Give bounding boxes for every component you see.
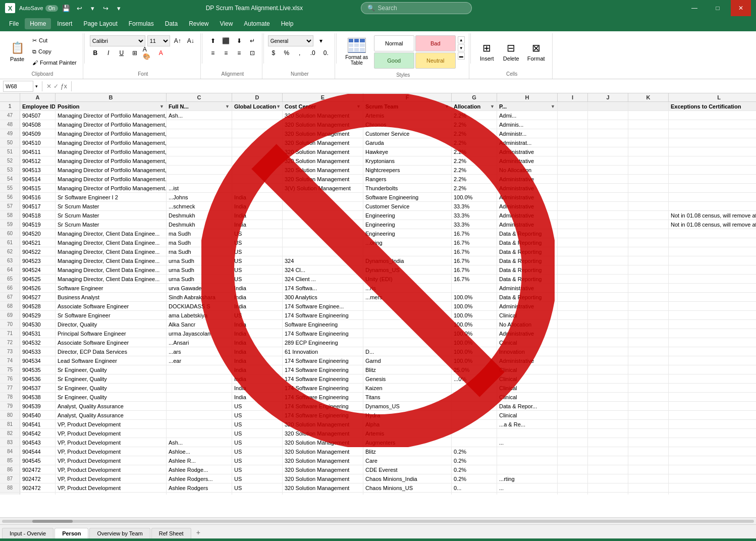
cell-location[interactable]: US <box>232 420 283 428</box>
cell-pay-type[interactable]: Administrative <box>497 193 558 201</box>
cell-cost-center[interactable] <box>283 220 363 229</box>
cell-full-name[interactable]: urna Sudh <box>167 256 232 265</box>
search-input[interactable] <box>378 5 459 12</box>
header-allocation[interactable]: Allocation▼ <box>452 102 497 111</box>
cell-allocation[interactable]: 16.7% <box>452 265 497 274</box>
cell-position[interactable]: Director, Quality <box>56 320 167 329</box>
cell-i[interactable] <box>558 275 588 283</box>
cell-full-name[interactable] <box>167 411 232 419</box>
menu-view[interactable]: View <box>215 18 238 29</box>
cell-i[interactable] <box>558 402 588 410</box>
cell-location[interactable]: US <box>232 429 283 438</box>
cell-j[interactable] <box>588 447 628 456</box>
cell-j[interactable] <box>588 402 628 410</box>
bold-button[interactable]: B <box>90 47 101 59</box>
copy-button[interactable]: ⧉ Copy <box>30 46 79 57</box>
cell-exceptions[interactable] <box>669 347 756 356</box>
cell-position[interactable]: Sr Engineer, Quality <box>56 384 167 392</box>
cell-employee-id[interactable]: 904540 <box>20 411 56 419</box>
header-position[interactable]: Position▼ <box>56 102 167 111</box>
cell-j[interactable] <box>588 166 628 174</box>
cell-employee-id[interactable]: 904533 <box>20 347 56 356</box>
header-location[interactable]: Global Location▼ <box>232 102 283 111</box>
cell-employee-id[interactable]: 902472 <box>20 493 56 495</box>
italic-button[interactable]: I <box>103 47 114 59</box>
menu-automate[interactable]: Automate <box>239 18 275 29</box>
cell-allocation[interactable] <box>452 429 497 438</box>
cell-employee-id[interactable]: 904538 <box>20 393 56 401</box>
cell-exceptions[interactable] <box>669 402 756 410</box>
number-format-expand[interactable]: ▾ <box>315 35 327 46</box>
h-scroll-track[interactable] <box>2 520 754 523</box>
cell-scrum-team[interactable]: Titans <box>363 393 452 401</box>
cell-cost-center[interactable] <box>283 238 363 247</box>
cell-scrum-team[interactable]: Hawkeye <box>363 147 452 156</box>
cell-employee-id[interactable]: 902472 <box>20 474 56 483</box>
cell-employee-id[interactable]: 904526 <box>20 284 56 292</box>
cell-pay-type[interactable]: Administrative <box>497 284 558 292</box>
cell-allocation[interactable]: 0.2% <box>452 456 497 465</box>
cell-scrum-team[interactable]: D... <box>363 347 452 356</box>
cell-exceptions[interactable] <box>669 438 756 447</box>
number-format-select[interactable]: General <box>268 35 313 46</box>
cell-pay-type[interactable]: Administrative <box>497 202 558 210</box>
name-box-expand[interactable]: ▾ <box>35 84 38 89</box>
cell-j[interactable] <box>588 256 628 265</box>
cell-employee-id[interactable]: 904522 <box>20 247 56 256</box>
cell-exceptions[interactable] <box>669 256 756 265</box>
cell-scrum-team[interactable]: Chronos <box>363 493 452 495</box>
merge-button[interactable]: ⊡ <box>247 47 258 59</box>
cell-i[interactable] <box>558 138 588 147</box>
font-color-button[interactable]: A <box>155 47 167 59</box>
tab-person[interactable]: Person <box>55 528 88 538</box>
cell-j[interactable] <box>588 184 628 192</box>
cell-k[interactable] <box>628 256 669 265</box>
cell-pay-type[interactable]: Data & Reporting <box>497 293 558 301</box>
cell-position[interactable]: VP, Product Development <box>56 438 167 447</box>
header-k[interactable] <box>628 102 669 111</box>
cell-scrum-team[interactable]: Augmenters <box>363 438 452 447</box>
cell-k[interactable] <box>628 138 669 147</box>
cell-pay-type[interactable] <box>497 465 558 474</box>
cell-j[interactable] <box>588 493 628 495</box>
increase-font-button[interactable]: A↑ <box>172 35 183 46</box>
cell-employee-id[interactable]: 904528 <box>20 302 56 310</box>
cell-cost-center[interactable]: 320 Solution Management <box>283 175 363 183</box>
cell-position[interactable]: Sr Engineer, Quality <box>56 365 167 374</box>
cell-scrum-team[interactable]: ...mers <box>363 293 452 301</box>
cell-cost-center[interactable]: 174 Softwa... <box>283 284 363 292</box>
cell-scrum-team[interactable]: ...oring <box>363 238 452 247</box>
cell-allocation[interactable]: 100.0% <box>452 320 497 329</box>
cell-location[interactable]: US <box>232 483 283 492</box>
cell-scrum-team[interactable]: Care <box>363 456 452 465</box>
cell-i[interactable] <box>558 293 588 301</box>
cell-employee-id[interactable]: 904518 <box>20 211 56 220</box>
cell-k[interactable] <box>628 493 669 495</box>
paste-button[interactable]: 📋 Paste <box>6 35 28 68</box>
cell-full-name[interactable]: Ashlee Rodgers... <box>167 474 232 483</box>
cell-allocation[interactable] <box>452 284 497 292</box>
cell-cost-center[interactable]: 174 Software Engineering <box>283 311 363 319</box>
cell-position[interactable]: VP, Product Develop... <box>56 493 167 495</box>
cell-cost-center[interactable]: 320 Solution Management <box>283 483 363 492</box>
cell-j[interactable] <box>588 384 628 392</box>
cell-location[interactable]: India <box>232 302 283 310</box>
cell-cost-center[interactable]: 61 Innovation <box>283 347 363 356</box>
cell-cost-center[interactable]: 320 Solution Management <box>283 166 363 174</box>
cell-cost-center[interactable]: 174 Software Enginee... <box>283 302 363 310</box>
cell-allocation[interactable] <box>452 411 497 419</box>
cell-k[interactable] <box>628 284 669 292</box>
cell-i[interactable] <box>558 365 588 374</box>
cell-j[interactable] <box>588 474 628 483</box>
cell-location[interactable] <box>232 184 283 192</box>
cell-allocation[interactable] <box>452 493 497 495</box>
cell-allocation[interactable]: 0.2% <box>452 447 497 456</box>
autosave-control[interactable]: AutoSave On <box>19 5 58 12</box>
cell-position[interactable]: VP, Product Development <box>56 483 167 492</box>
cell-i[interactable] <box>558 438 588 447</box>
cell-scrum-team[interactable]: Thunderbolts <box>363 184 452 192</box>
cell-cost-center[interactable]: 320 Solution Management <box>283 447 363 456</box>
cell-exceptions[interactable] <box>669 247 756 256</box>
cell-full-name[interactable]: Ashlee R... <box>167 456 232 465</box>
cell-full-name[interactable]: ...ear <box>167 356 232 365</box>
